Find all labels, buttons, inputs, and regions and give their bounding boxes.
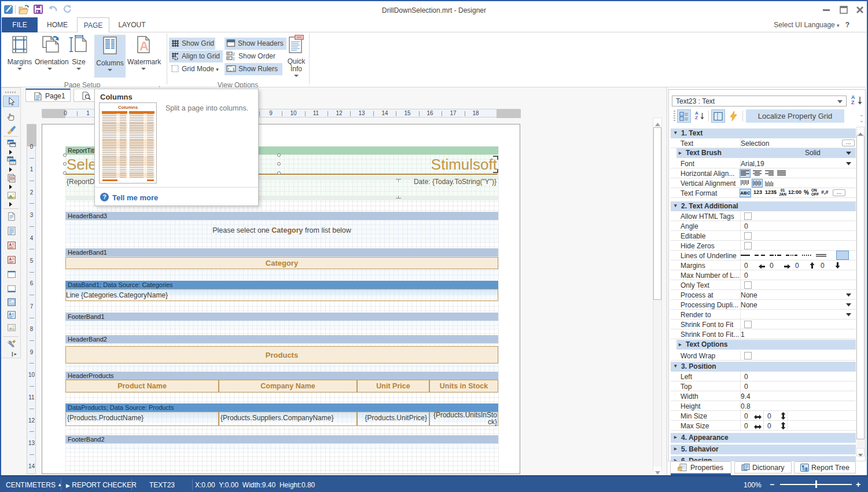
svg-text:1: 1 bbox=[233, 67, 236, 72]
svg-text:A=: A= bbox=[11, 177, 14, 180]
svg-text:A: A bbox=[9, 312, 12, 316]
svg-text:A: A bbox=[139, 39, 149, 53]
svg-text:A: A bbox=[9, 243, 12, 247]
svg-text:1: 1 bbox=[233, 57, 235, 60]
svg-text:A: A bbox=[9, 257, 12, 261]
svg-text:2: 2 bbox=[233, 52, 235, 56]
